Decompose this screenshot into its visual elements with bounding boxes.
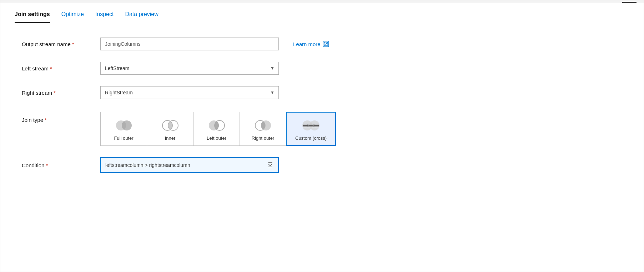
- condition-row: Condition* leftstreamcolumn > rightstrea…: [22, 157, 622, 173]
- learn-more-link[interactable]: Learn more: [293, 41, 329, 47]
- inner-label: Inner: [165, 135, 176, 141]
- join-option-custom-cross[interactable]: Custom (cross): [286, 112, 336, 146]
- left-stream-row: Left stream* LeftStream ▼: [22, 62, 622, 75]
- full-outer-label: Full outer: [114, 135, 133, 141]
- output-stream-input[interactable]: [100, 38, 279, 50]
- right-stream-label: Right stream*: [22, 90, 100, 96]
- condition-input[interactable]: leftstreamcolumn > rightstreamcolumn: [100, 157, 279, 173]
- join-type-row: Join type* Full outer: [22, 110, 622, 146]
- custom-cross-label: Custom (cross): [295, 135, 327, 141]
- required-star-right: *: [54, 90, 56, 96]
- required-star-join-type: *: [45, 117, 47, 123]
- full-outer-icon: [113, 118, 135, 133]
- right-stream-row: Right stream* RightStream ▼: [22, 86, 622, 99]
- svg-point-1: [122, 120, 132, 130]
- external-link-icon: [323, 41, 329, 47]
- tab-optimize[interactable]: Optimize: [61, 3, 84, 23]
- tabs-bar: Join settings Optimize Inspect Data prev…: [0, 3, 644, 23]
- join-option-right-outer[interactable]: Right outer: [240, 112, 286, 145]
- tab-inspect[interactable]: Inspect: [95, 3, 114, 23]
- left-outer-icon: [206, 118, 227, 133]
- join-type-options: Full outer Inner: [100, 112, 336, 146]
- left-stream-select[interactable]: LeftStream: [100, 62, 279, 75]
- tab-join-settings[interactable]: Join settings: [15, 3, 50, 23]
- join-option-inner[interactable]: Inner: [147, 112, 193, 145]
- left-stream-label: Left stream*: [22, 65, 100, 71]
- join-option-left-outer[interactable]: Left outer: [193, 112, 240, 145]
- content-area: Output stream name* Learn more Left st: [0, 23, 644, 272]
- right-stream-select[interactable]: RightStream: [100, 86, 279, 99]
- condition-expand-icon[interactable]: [267, 161, 274, 169]
- required-star-condition: *: [46, 162, 48, 168]
- right-stream-control: RightStream ▼: [100, 86, 279, 99]
- condition-value: leftstreamcolumn > rightstreamcolumn: [105, 162, 190, 168]
- left-stream-control: LeftStream ▼: [100, 62, 279, 75]
- output-stream-control: [100, 38, 279, 50]
- main-container: Join settings Optimize Inspect Data prev…: [0, 0, 644, 272]
- tab-data-preview[interactable]: Data preview: [125, 3, 158, 23]
- left-outer-label: Left outer: [207, 135, 226, 141]
- required-star-output: *: [72, 41, 74, 47]
- required-star-left: *: [50, 65, 52, 71]
- output-stream-label: Output stream name*: [22, 41, 100, 47]
- condition-label: Condition*: [22, 162, 100, 168]
- right-outer-icon: [252, 118, 274, 133]
- top-bar: [0, 0, 644, 3]
- top-bar-line: [622, 2, 637, 3]
- join-type-options-container: Full outer Inner: [100, 112, 336, 146]
- right-outer-label: Right outer: [252, 135, 275, 141]
- join-option-full-outer[interactable]: Full outer: [101, 112, 147, 145]
- condition-control: leftstreamcolumn > rightstreamcolumn: [100, 157, 279, 173]
- output-stream-row: Output stream name* Learn more: [22, 38, 622, 50]
- inner-icon: [160, 118, 181, 133]
- join-type-label: Join type*: [22, 112, 100, 123]
- custom-cross-icon: [300, 118, 322, 133]
